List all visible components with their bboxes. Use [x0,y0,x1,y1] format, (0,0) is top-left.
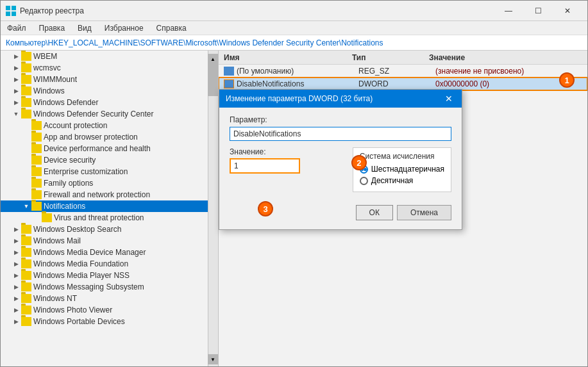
titlebar: Редактор реестра — ☐ ✕ [1,1,587,21]
folder-icon [31,133,42,142]
tree-item-wbem[interactable]: ▶ WBEM [1,51,218,62]
dialog-window: Изменение параметра DWORD (32 бита) ✕ Па… [219,89,462,230]
folder-icon [21,282,31,291]
folder-icon [21,236,31,245]
folder-icon [21,294,31,303]
svg-rect-0 [6,6,10,10]
tree-item-enterprise[interactable]: Enterprise customization [1,166,218,177]
menu-view[interactable]: Вид [74,23,96,33]
svg-rect-3 [12,12,16,16]
tree-panel: ▶ WBEM ▶ wcmsvc ▶ WIMMMount ▶ Windows [1,51,219,367]
dialog-title: Изменение параметра DWORD (32 бита) [226,94,373,103]
tree-item-device-sec[interactable]: Device security [1,154,218,166]
expand-icon: ▶ [11,247,21,257]
value-input[interactable] [230,158,300,174]
tree-item-wpd[interactable]: ▶ Windows Portable Devices [1,316,218,327]
menu-favorites[interactable]: Избранное [101,23,147,33]
expand-icon: ▶ [11,282,21,292]
expand-icon [21,120,31,131]
tree-item-wnt[interactable]: ▶ Windows NT [1,293,218,304]
tree-item-firewall[interactable]: Firewall and network protection [1,189,218,200]
minimize-button[interactable]: — [494,1,523,21]
dialog-buttons: 3 ОК Отмена [219,200,462,228]
tree-item-wdsc[interactable]: ▼ Windows Defender Security Center [1,108,218,120]
svg-rect-2 [6,12,10,16]
address-path: Компьютер\HKEY_LOCAL_MACHINE\SOFTWARE\Mi… [6,38,383,47]
tree-scrollbar[interactable]: ▲ ▼ [208,51,218,367]
folder-icon [31,144,42,153]
value-section: Значение: 2 [230,147,346,174]
menu-file[interactable]: Файл [3,23,30,33]
tree-item-wimmount[interactable]: ▶ WIMMMount [1,74,218,85]
expand-icon [31,213,42,223]
cancel-button[interactable]: Отмена [397,205,451,220]
tree-item-wmdm[interactable]: ▶ Windows Media Device Manager [1,247,218,258]
expand-icon: ▶ [11,51,21,61]
tree-item-windows[interactable]: ▶ Windows [1,85,218,97]
close-button[interactable]: ✕ [553,1,582,21]
reg-item-default[interactable]: (По умолчанию) REG_SZ (значение не присв… [219,65,587,77]
ok-button[interactable]: ОК [356,205,393,220]
expand-icon [21,132,31,142]
address-bar: Компьютер\HKEY_LOCAL_MACHINE\SOFTWARE\Mi… [1,35,587,51]
menubar: Файл Правка Вид Избранное Справка [1,21,587,35]
tree-item-wcmsvc[interactable]: ▶ wcmsvc [1,62,218,74]
col-name-header: Имя [224,53,352,62]
tree-item-wmail[interactable]: ▶ Windows Mail [1,235,218,247]
expand-icon [21,167,31,177]
tree-item-device-perf[interactable]: Device performance and health [1,143,218,154]
expand-icon: ▶ [11,74,21,85]
tree-item-account-protection[interactable]: Account protection [1,120,218,131]
folder-icon [21,110,31,118]
menu-help[interactable]: Справка [153,23,190,33]
param-label: Параметр: [230,115,451,124]
folder-icon [31,167,42,176]
folder-icon [31,190,42,199]
tree-item-wmsg[interactable]: ▶ Windows Messaging Subsystem [1,281,218,293]
dialog-titlebar: Изменение параметра DWORD (32 бита) ✕ [219,90,462,108]
value-label: Значение: [230,147,346,156]
scrollbar-thumb[interactable] [208,64,218,96]
tree-item-virus[interactable]: Virus and threat protection [1,212,218,224]
reg-icon [224,67,234,76]
scrollbar-up[interactable]: ▲ [208,54,218,64]
tree-item-wpv[interactable]: ▶ Windows Photo Viewer [1,304,218,316]
folder-icon [21,271,31,280]
expand-icon: ▶ [11,236,21,246]
menu-edit[interactable]: Правка [35,23,69,33]
folder-icon [21,86,31,95]
folder-icon [21,317,31,326]
badge-3: 3 [258,201,273,216]
col-value-header: Значение [429,53,582,62]
reg-item-disable-notifications[interactable]: DisableNotifications DWORD 0x00000000 (0… [219,77,587,90]
scrollbar-down[interactable]: ▼ [208,354,218,364]
folder-icon [31,156,42,165]
radio-hex[interactable]: Шестнадцатеричная [360,165,444,174]
expand-icon: ▶ [11,316,21,327]
expand-icon: ▶ [11,305,21,315]
col-type-header: Тип [352,53,429,62]
param-input[interactable] [230,127,451,141]
expand-icon: ▶ [11,86,21,96]
badge-1: 1 [559,72,575,88]
expand-icon [21,190,31,200]
expand-icon [21,178,31,188]
dialog-close-button[interactable]: ✕ [442,94,455,104]
expand-icon: ▼ [21,201,31,211]
maximize-button[interactable]: ☐ [523,1,553,21]
tree-item-wmpnss[interactable]: ▶ Windows Media Player NSS [1,270,218,281]
expand-icon: ▶ [11,97,21,108]
tree-item-app-browser[interactable]: App and browser protection [1,131,218,143]
radio-dec[interactable]: Десятичная [360,176,444,185]
tree-item-notifications[interactable]: ▼ Notifications [1,200,218,212]
tree-item-family[interactable]: Family options [1,177,218,189]
radio-dec-label: Десятичная [371,176,414,185]
reg-icon-selected [224,79,234,88]
folder-icon [42,213,52,222]
tree-item-wds[interactable]: ▶ Windows Desktop Search [1,224,218,235]
tree-item-wmf[interactable]: ▶ Windows Media Foundation [1,258,218,270]
expand-icon [21,155,31,165]
tree-item-windows-defender[interactable]: ▶ Windows Defender [1,97,218,108]
expand-icon: ▶ [11,259,21,269]
dialog-content: Параметр: Значение: 2 Система и [219,108,462,200]
